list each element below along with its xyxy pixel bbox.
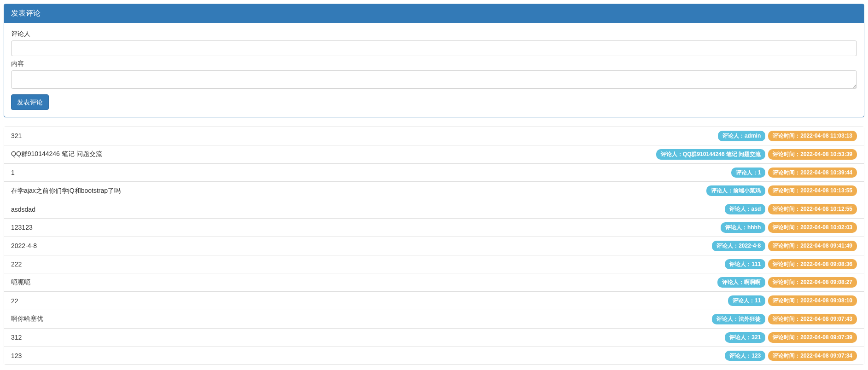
time-badge: 评论时间：2022-04-08 09:08:36 xyxy=(768,259,857,270)
list-item: 2022-4-8评论人：2022-4-8评论时间：2022-04-08 09:4… xyxy=(4,237,864,255)
comment-meta: 评论人：前端小菜鸡评论时间：2022-04-08 10:13:55 xyxy=(706,185,857,196)
time-badge: 评论时间：2022-04-08 09:07:34 xyxy=(768,351,857,361)
comment-meta: 评论人：啊啊啊评论时间：2022-04-08 09:08:27 xyxy=(717,277,857,288)
comment-list: 321评论人：admin评论时间：2022-04-08 11:03:13QQ群9… xyxy=(4,127,864,365)
time-badge: 评论时间：2022-04-08 10:12:55 xyxy=(768,204,857,214)
comment-meta: 评论人：admin评论时间：2022-04-08 11:03:13 xyxy=(718,131,857,141)
list-item: 啊你哈塞优评论人：法外狂徒评论时间：2022-04-08 09:07:43 xyxy=(4,310,864,329)
list-item: asdsdad评论人：asd评论时间：2022-04-08 10:12:55 xyxy=(4,200,864,219)
comment-meta: 评论人：2022-4-8评论时间：2022-04-08 09:41:49 xyxy=(712,241,857,251)
comment-content: 啊你哈塞优 xyxy=(11,315,707,323)
list-item: 呃呃呃评论人：啊啊啊评论时间：2022-04-08 09:08:27 xyxy=(4,273,864,292)
comment-content: 123123 xyxy=(11,224,716,231)
commenter-badge: 评论人：2022-4-8 xyxy=(712,241,765,251)
comment-content: 1 xyxy=(11,169,727,176)
commenter-badge: 评论人：前端小菜鸡 xyxy=(706,185,765,196)
commenter-badge: 评论人：admin xyxy=(718,131,765,141)
comment-meta: 评论人：hhhh评论时间：2022-04-08 10:02:03 xyxy=(721,222,857,233)
comment-content: 2022-4-8 xyxy=(11,242,707,249)
list-item: 1评论人：1评论时间：2022-04-08 10:39:44 xyxy=(4,164,864,182)
time-badge: 评论时间：2022-04-08 09:08:10 xyxy=(768,295,857,306)
time-badge: 评论时间：2022-04-08 09:07:39 xyxy=(768,332,857,343)
time-badge: 评论时间：2022-04-08 10:02:03 xyxy=(768,222,857,233)
comment-meta: 评论人：321评论时间：2022-04-08 09:07:39 xyxy=(725,332,857,343)
list-item: 22评论人：11评论时间：2022-04-08 09:08:10 xyxy=(4,292,864,310)
submit-button[interactable]: 发表评论 xyxy=(11,94,49,110)
comment-meta: 评论人：123评论时间：2022-04-08 09:07:34 xyxy=(725,351,857,361)
list-item: 222评论人：111评论时间：2022-04-08 09:08:36 xyxy=(4,255,864,274)
commenter-label: 评论人 xyxy=(11,30,857,38)
comment-content: asdsdad xyxy=(11,206,720,213)
content-group: 内容 xyxy=(11,60,857,89)
comment-form-panel: 发表评论 评论人 内容 发表评论 xyxy=(4,4,864,117)
time-badge: 评论时间：2022-04-08 10:39:44 xyxy=(768,168,857,178)
list-item: 321评论人：admin评论时间：2022-04-08 11:03:13 xyxy=(4,127,864,145)
content-textarea[interactable] xyxy=(11,70,857,89)
commenter-badge: 评论人：321 xyxy=(725,332,765,343)
commenter-badge: 评论人：啊啊啊 xyxy=(717,277,765,288)
comment-content: 123 xyxy=(11,352,720,359)
panel-title: 发表评论 xyxy=(4,4,864,23)
comment-meta: 评论人：法外狂徒评论时间：2022-04-08 09:07:43 xyxy=(712,314,857,324)
comment-meta: 评论人：1评论时间：2022-04-08 10:39:44 xyxy=(731,168,857,178)
panel-body: 评论人 内容 发表评论 xyxy=(4,23,864,117)
time-badge: 评论时间：2022-04-08 09:08:27 xyxy=(768,277,857,288)
comment-meta: 评论人：QQ群910144246 笔记 问题交流评论时间：2022-04-08 … xyxy=(656,149,857,160)
content-label: 内容 xyxy=(11,60,857,68)
comment-content: 222 xyxy=(11,260,720,268)
comment-meta: 评论人：11评论时间：2022-04-08 09:08:10 xyxy=(728,295,857,306)
commenter-badge: 评论人：111 xyxy=(725,259,765,270)
list-item: 123123评论人：hhhh评论时间：2022-04-08 10:02:03 xyxy=(4,219,864,237)
commenter-badge: 评论人：1 xyxy=(731,168,766,178)
list-item: QQ群910144246 笔记 问题交流评论人：QQ群910144246 笔记 … xyxy=(4,145,864,164)
comment-meta: 评论人：asd评论时间：2022-04-08 10:12:55 xyxy=(725,204,857,214)
time-badge: 评论时间：2022-04-08 10:13:55 xyxy=(768,185,857,196)
commenter-input[interactable] xyxy=(11,40,857,56)
commenter-badge: 评论人：QQ群910144246 笔记 问题交流 xyxy=(656,149,765,160)
time-badge: 评论时间：2022-04-08 09:41:49 xyxy=(768,241,857,251)
list-item: 在学ajax之前你们学jQ和bootstrap了吗评论人：前端小菜鸡评论时间：2… xyxy=(4,182,864,200)
commenter-badge: 评论人：asd xyxy=(725,204,766,214)
comment-content: 呃呃呃 xyxy=(11,278,713,287)
comment-content: 321 xyxy=(11,132,713,139)
commenter-badge: 评论人：hhhh xyxy=(721,222,765,233)
time-badge: 评论时间：2022-04-08 09:07:43 xyxy=(768,314,857,324)
comment-content: 312 xyxy=(11,334,720,341)
list-item: 312评论人：321评论时间：2022-04-08 09:07:39 xyxy=(4,329,864,347)
time-badge: 评论时间：2022-04-08 11:03:13 xyxy=(768,131,857,141)
commenter-badge: 评论人：123 xyxy=(725,351,765,361)
commenter-badge: 评论人：法外狂徒 xyxy=(712,314,765,324)
commenter-badge: 评论人：11 xyxy=(728,295,765,306)
commenter-group: 评论人 xyxy=(11,30,857,56)
comment-content: QQ群910144246 笔记 问题交流 xyxy=(11,150,652,158)
comment-content: 在学ajax之前你们学jQ和bootstrap了吗 xyxy=(11,187,702,195)
time-badge: 评论时间：2022-04-08 10:53:39 xyxy=(768,149,857,160)
list-item: 123评论人：123评论时间：2022-04-08 09:07:34 xyxy=(4,347,864,365)
comment-meta: 评论人：111评论时间：2022-04-08 09:08:36 xyxy=(725,259,857,270)
comment-content: 22 xyxy=(11,297,723,305)
